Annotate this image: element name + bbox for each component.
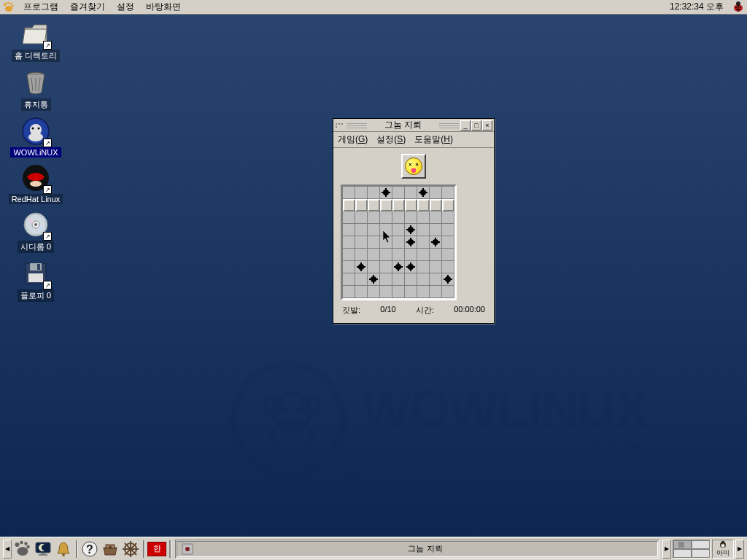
panel-scroll-button[interactable]: ▶ [662, 540, 671, 559]
mine-cell[interactable] [417, 224, 430, 236]
mine-cell[interactable] [368, 261, 380, 273]
mine-cell[interactable] [343, 286, 355, 298]
workspace-2[interactable] [692, 540, 710, 549]
mine-cell[interactable] [355, 249, 368, 261]
mine-cell[interactable] [380, 187, 392, 199]
mine-cell[interactable] [355, 236, 368, 249]
launcher-toolbox[interactable] [101, 540, 120, 559]
mine-cell[interactable] [392, 224, 405, 236]
mine-cell[interactable] [355, 261, 368, 273]
minefield[interactable] [341, 184, 457, 300]
mine-cell[interactable] [405, 273, 417, 286]
mine-cell[interactable] [380, 199, 392, 211]
mine-cell[interactable] [355, 187, 368, 199]
launcher-bell[interactable] [54, 540, 73, 559]
ime-hangul-button[interactable]: 한 [147, 542, 166, 556]
launcher-screensaver[interactable] [34, 540, 53, 559]
mine-cell[interactable] [442, 224, 454, 236]
menu-programs[interactable]: 프로그램 [18, 0, 64, 15]
mine-cell[interactable] [380, 286, 392, 298]
mine-cell[interactable] [430, 286, 442, 298]
mine-cell[interactable] [417, 249, 430, 261]
mine-cell[interactable] [430, 261, 442, 273]
mine-cell[interactable] [430, 273, 442, 286]
mine-cell[interactable] [392, 199, 405, 211]
workspace-pager[interactable] [673, 540, 711, 559]
mine-cell[interactable] [392, 273, 405, 286]
mine-cell[interactable] [442, 211, 454, 224]
mine-cell[interactable] [430, 236, 442, 249]
mine-cell[interactable] [442, 199, 454, 211]
mine-cell[interactable] [355, 273, 368, 286]
mine-cell[interactable] [368, 199, 380, 211]
mine-cell[interactable] [405, 261, 417, 273]
mine-cell[interactable] [368, 224, 380, 236]
panel-hide-left-button[interactable]: ◀ [3, 540, 12, 559]
mine-cell[interactable] [405, 199, 417, 211]
mine-cell[interactable] [392, 286, 405, 298]
mine-cell[interactable] [392, 211, 405, 224]
mine-cell[interactable] [405, 224, 417, 236]
taskbar-button-minesweeper[interactable]: 그놈 지뢰 [177, 541, 658, 557]
mine-cell[interactable] [430, 199, 442, 211]
mine-cell[interactable] [442, 286, 454, 298]
mine-cell[interactable] [355, 199, 368, 211]
mine-cell[interactable] [368, 236, 380, 249]
desktop-icon-home[interactable]: ↗ 홈 디렉토리 [3, 18, 69, 63]
menu-settings[interactable]: 설정 [111, 0, 140, 15]
titlebar[interactable]: 그놈 지뢰 _ □ × [333, 119, 494, 132]
workspace-4[interactable] [692, 549, 710, 558]
minimize-button[interactable]: _ [460, 120, 471, 131]
mine-cell[interactable] [355, 211, 368, 224]
desktop-icon-wowlinux[interactable]: ↗ WOWLiNUX [3, 115, 69, 159]
mine-cell[interactable] [430, 187, 442, 199]
mine-cell[interactable] [405, 236, 417, 249]
ami-applet[interactable]: 아미 [712, 540, 734, 559]
mine-cell[interactable] [417, 199, 430, 211]
mine-cell[interactable] [417, 273, 430, 286]
mine-cell[interactable] [368, 273, 380, 286]
mine-cell[interactable] [417, 261, 430, 273]
mine-cell[interactable] [380, 261, 392, 273]
menu-help[interactable]: 도움말(H) [414, 133, 453, 146]
menu-settings[interactable]: 설정(S) [376, 133, 406, 146]
maximize-button[interactable]: □ [471, 120, 481, 131]
mine-cell[interactable] [368, 187, 380, 199]
mine-cell[interactable] [343, 273, 355, 286]
menu-game[interactable]: 게임(G) [338, 133, 368, 146]
launcher-wheel[interactable] [121, 540, 140, 559]
desktop-icon-trash[interactable]: 휴지통 [3, 66, 69, 112]
mine-cell[interactable] [343, 199, 355, 211]
mine-cell[interactable] [417, 286, 430, 298]
mine-cell[interactable] [380, 273, 392, 286]
mine-cell[interactable] [417, 187, 430, 199]
smiley-button[interactable]: × × [401, 154, 426, 179]
mine-cell[interactable] [392, 236, 405, 249]
mine-cell[interactable] [430, 211, 442, 224]
mine-cell[interactable] [442, 261, 454, 273]
mine-cell[interactable] [417, 236, 430, 249]
mine-cell[interactable] [430, 249, 442, 261]
mine-cell[interactable] [392, 249, 405, 261]
mine-cell[interactable] [343, 187, 355, 199]
workspace-3[interactable] [673, 549, 692, 558]
mine-cell[interactable] [380, 249, 392, 261]
desktop-icon-floppy[interactable]: ↗ 플로피 0 [3, 257, 69, 303]
mine-cell[interactable] [355, 286, 368, 298]
mine-cell[interactable] [380, 211, 392, 224]
mine-cell[interactable] [417, 211, 430, 224]
window-grip-icon[interactable] [335, 120, 345, 131]
mine-cell[interactable] [405, 211, 417, 224]
mine-cell[interactable] [442, 236, 454, 249]
mine-cell[interactable] [368, 211, 380, 224]
mine-cell[interactable] [343, 211, 355, 224]
menu-desktop[interactable]: 바탕화면 [140, 0, 187, 15]
mine-cell[interactable] [405, 187, 417, 199]
mine-cell[interactable] [405, 249, 417, 261]
clock[interactable]: 12:32:34 오후 [664, 1, 729, 13]
menu-favorites[interactable]: 즐겨찾기 [64, 0, 111, 15]
mine-cell[interactable] [343, 249, 355, 261]
ladybug-icon[interactable] [732, 1, 744, 13]
mine-cell[interactable] [368, 286, 380, 298]
mine-cell[interactable] [343, 261, 355, 273]
